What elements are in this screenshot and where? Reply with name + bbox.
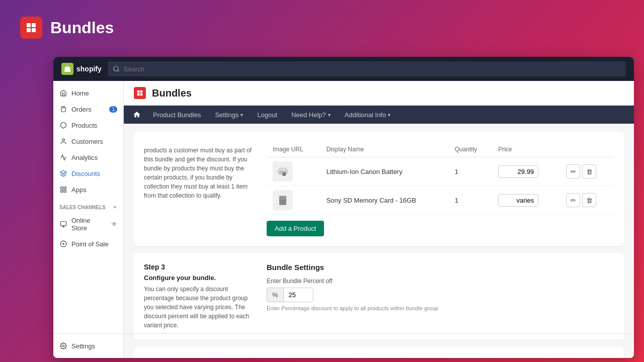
shopify-logo: shopify xyxy=(61,63,102,75)
product-1-delete-button[interactable]: 🗑 xyxy=(582,164,596,178)
app-title: Bundles xyxy=(50,19,114,37)
sidebar-item-settings[interactable]: Settings xyxy=(53,338,124,354)
sidebar-item-online-store[interactable]: Online Store 👁 xyxy=(53,213,123,236)
sidebar-discounts-label: Discounts xyxy=(71,170,100,177)
sd-card-image xyxy=(276,193,290,207)
nav-tab-need-help[interactable]: Need Help? ▾ xyxy=(284,106,338,124)
product-2-action-btns: ✏ 🗑 xyxy=(564,193,608,207)
sidebar-item-customers[interactable]: Customers xyxy=(53,133,123,149)
col-image: Image URL xyxy=(267,142,320,157)
svg-rect-2 xyxy=(27,28,31,32)
additional-info-chevron-icon: ▾ xyxy=(388,112,390,118)
step2-left: products a customer must buy as part of … xyxy=(144,142,255,236)
col-price: Price xyxy=(492,142,558,157)
nav-logout-label: Logout xyxy=(257,111,277,119)
product-2-delete-button[interactable]: 🗑 xyxy=(582,193,596,207)
sales-channels-label: SALES CHANNELS xyxy=(59,205,106,210)
product-1-image-cell xyxy=(267,157,320,186)
product-1-actions: ✏ 🗑 xyxy=(558,157,614,186)
product-1-price-input[interactable] xyxy=(498,165,538,178)
sidebar-online-store-label: Online Store xyxy=(71,217,107,232)
online-store-icon xyxy=(59,220,67,228)
shopify-bag-icon xyxy=(63,65,71,73)
svg-rect-27 xyxy=(282,197,283,199)
svg-rect-0 xyxy=(27,23,31,27)
nav-additional-info-label: Additional Info xyxy=(345,111,386,119)
search-input[interactable] xyxy=(124,65,621,73)
svg-rect-26 xyxy=(281,197,281,199)
sidebar-products-label: Products xyxy=(71,122,97,129)
sidebar-item-home[interactable]: Home xyxy=(53,85,123,101)
table-row: Sony SD Memory Card - 16GB 1 ✏ xyxy=(267,186,614,215)
bundles-page-title: Bundles xyxy=(152,87,192,99)
settings-icon xyxy=(59,342,67,350)
sidebar-item-orders[interactable]: Orders 1 xyxy=(53,101,123,117)
sidebar-item-discounts[interactable]: Discounts xyxy=(53,165,123,182)
nav-tab-product-bundles[interactable]: Product Bundles xyxy=(146,106,208,124)
app-container: shopify Home Orders 1 xyxy=(53,57,634,358)
nav-tab-settings[interactable]: Settings ▾ xyxy=(208,106,250,124)
step3-title: Configure your bundle. xyxy=(144,274,255,282)
svg-rect-17 xyxy=(140,90,143,93)
sidebar-orders-label: Orders xyxy=(71,106,92,113)
add-product-button[interactable]: Add a Product xyxy=(267,221,324,236)
svg-rect-1 xyxy=(32,23,36,27)
apps-icon xyxy=(59,186,67,194)
svg-point-4 xyxy=(114,66,118,71)
sidebar-item-pos[interactable]: Point of Sale xyxy=(53,236,123,252)
step3-left: Step 3 Configure your bundle. You can on… xyxy=(144,263,255,330)
nav-home-button[interactable] xyxy=(128,106,146,124)
products-icon xyxy=(59,121,67,129)
nav-tab-additional-info[interactable]: Additional Info ▾ xyxy=(338,106,397,124)
online-store-eye-icon[interactable]: 👁 xyxy=(111,221,117,228)
step2-section: products a customer must buy as part of … xyxy=(134,132,624,247)
bundles-small-icon xyxy=(136,89,143,97)
product-1-action-btns: ✏ 🗑 xyxy=(564,164,608,178)
search-icon xyxy=(113,65,120,72)
col-actions xyxy=(558,142,614,157)
orders-icon xyxy=(59,105,67,113)
sidebar-item-analytics[interactable]: Analytics xyxy=(53,149,123,165)
shopify-header: shopify xyxy=(53,57,634,81)
sidebar-settings-label: Settings xyxy=(71,342,95,350)
svg-rect-3 xyxy=(32,28,36,32)
orders-badge: 1 xyxy=(109,106,117,113)
discounts-icon xyxy=(59,169,67,177)
bundles-logo-icon xyxy=(25,22,37,34)
content-area: Bundles Product Bundles Settings ▾ Logou xyxy=(124,81,634,358)
product-2-quantity: 1 xyxy=(449,186,493,215)
sidebar: Home Orders 1 Products Customers xyxy=(53,81,124,358)
percent-field-label: Enter Bundle Percent off xyxy=(267,278,614,285)
sidebar-home-label: Home xyxy=(71,89,89,97)
bundles-small-logo xyxy=(134,87,146,99)
svg-rect-11 xyxy=(60,222,66,226)
sidebar-item-products[interactable]: Products xyxy=(53,117,123,133)
product-2-name: Sony SD Memory Card - 16GB xyxy=(320,186,449,215)
nav-tabs: Product Bundles Settings ▾ Logout Need H… xyxy=(124,106,634,124)
product-2-price-cell xyxy=(492,186,558,215)
product-2-edit-button[interactable]: ✏ xyxy=(566,193,580,207)
nav-settings-label: Settings xyxy=(215,111,238,119)
search-bar[interactable] xyxy=(108,61,626,76)
shopify-logo-icon xyxy=(61,63,73,75)
sidebar-item-apps[interactable]: Apps xyxy=(53,182,123,198)
percent-input[interactable] xyxy=(283,288,313,302)
svg-rect-7 xyxy=(61,187,63,189)
add-sales-channel-icon[interactable]: ＋ xyxy=(112,204,117,211)
svg-point-23 xyxy=(283,173,285,175)
product-2-image xyxy=(273,190,293,210)
nav-product-bundles-label: Product Bundles xyxy=(153,111,201,119)
svg-rect-8 xyxy=(64,187,66,189)
table-row: Lithium-Ion Canon Battery 1 ✏ xyxy=(267,157,614,186)
product-2-actions: ✏ 🗑 xyxy=(558,186,614,215)
scroll-content[interactable]: products a customer must buy as part of … xyxy=(124,124,634,358)
home-icon xyxy=(59,89,67,97)
analytics-icon xyxy=(59,153,67,161)
product-2-price-input[interactable] xyxy=(498,194,538,207)
step2-description: products a customer must buy as part of … xyxy=(144,146,255,200)
nav-tab-logout[interactable]: Logout xyxy=(250,106,284,124)
percent-symbol: % xyxy=(267,288,283,302)
product-1-edit-button[interactable]: ✏ xyxy=(566,164,580,178)
svg-point-6 xyxy=(62,139,65,141)
main-layout: Home Orders 1 Products Customers xyxy=(53,81,634,358)
